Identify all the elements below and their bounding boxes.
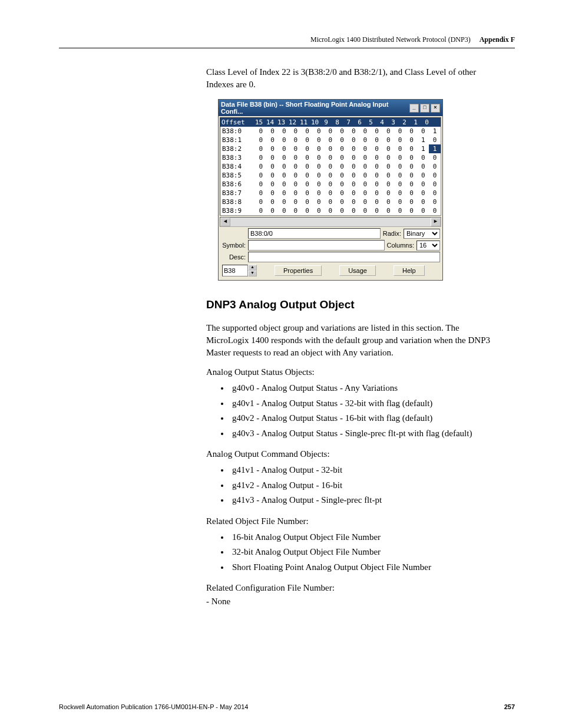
bit-cell[interactable]: 0 xyxy=(255,127,267,136)
bit-cell[interactable]: 0 xyxy=(429,206,441,215)
bit-cell[interactable]: 0 xyxy=(371,180,383,189)
bit-cell[interactable]: 0 xyxy=(382,144,394,153)
bit-cell[interactable]: 0 xyxy=(290,162,302,171)
bit-cell[interactable]: 0 xyxy=(429,180,441,189)
bit-cell[interactable]: 0 xyxy=(371,189,383,197)
bit-cell[interactable]: 0 xyxy=(278,171,290,180)
bit-cell[interactable]: 0 xyxy=(255,162,267,171)
bit-cell[interactable]: 0 xyxy=(348,180,359,189)
bit-cell[interactable]: 0 xyxy=(406,127,418,136)
bit-cell[interactable]: 0 xyxy=(313,127,325,136)
bit-cell[interactable]: 0 xyxy=(371,162,383,171)
bit-cell[interactable]: 0 xyxy=(336,162,348,171)
scroll-left-icon[interactable]: ◄ xyxy=(220,218,230,226)
bit-cell[interactable]: 0 xyxy=(382,153,394,162)
bit-cell[interactable]: 0 xyxy=(382,171,394,180)
bit-cell[interactable]: 0 xyxy=(406,206,418,215)
bit-cell[interactable]: 0 xyxy=(267,171,279,180)
bit-cell[interactable]: 0 xyxy=(359,197,371,206)
bit-cell[interactable]: 0 xyxy=(417,206,429,215)
bit-cell[interactable]: 0 xyxy=(336,136,348,144)
bit-cell[interactable]: 0 xyxy=(278,206,290,215)
bit-cell[interactable]: 0 xyxy=(359,189,371,197)
bit-cell[interactable]: 0 xyxy=(382,136,394,144)
address-input[interactable] xyxy=(248,228,381,239)
bit-cell[interactable]: 1 xyxy=(429,127,441,136)
bit-cell[interactable]: 0 xyxy=(371,127,383,136)
bit-cell[interactable]: 0 xyxy=(302,189,313,197)
bit-cell[interactable]: 0 xyxy=(302,171,313,180)
bit-cell[interactable]: 0 xyxy=(406,180,418,189)
bit-cell[interactable]: 0 xyxy=(267,189,279,197)
bit-cell[interactable]: 0 xyxy=(255,197,267,206)
bit-cell[interactable]: 0 xyxy=(382,189,394,197)
symbol-input[interactable] xyxy=(248,240,385,251)
bit-cell[interactable]: 0 xyxy=(336,206,348,215)
bit-cell[interactable]: 0 xyxy=(313,153,325,162)
bit-cell[interactable]: 1 xyxy=(429,144,441,153)
bit-cell[interactable]: 0 xyxy=(302,197,313,206)
bit-cell[interactable]: 0 xyxy=(429,162,441,171)
bit-cell[interactable]: 0 xyxy=(348,153,359,162)
bit-cell[interactable]: 0 xyxy=(325,197,336,206)
bit-cell[interactable]: 0 xyxy=(336,189,348,197)
bit-cell[interactable]: 0 xyxy=(394,180,406,189)
columns-select[interactable]: 16 xyxy=(416,241,440,251)
bit-cell[interactable]: 0 xyxy=(359,127,371,136)
bit-cell[interactable]: 0 xyxy=(325,153,336,162)
bit-cell[interactable]: 0 xyxy=(255,171,267,180)
bit-cell[interactable]: 0 xyxy=(325,189,336,197)
bit-cell[interactable]: 0 xyxy=(290,127,302,136)
bit-cell[interactable]: 0 xyxy=(325,162,336,171)
bit-cell[interactable]: 0 xyxy=(290,171,302,180)
bit-cell[interactable]: 0 xyxy=(255,144,267,153)
bit-cell[interactable]: 0 xyxy=(417,162,429,171)
bit-cell[interactable]: 0 xyxy=(267,206,279,215)
bit-cell[interactable]: 0 xyxy=(348,136,359,144)
bit-cell[interactable]: 0 xyxy=(394,206,406,215)
bit-cell[interactable]: 0 xyxy=(348,144,359,153)
bit-cell[interactable]: 0 xyxy=(359,136,371,144)
bit-cell[interactable]: 1 xyxy=(417,144,429,153)
bit-cell[interactable]: 0 xyxy=(302,144,313,153)
bit-cell[interactable]: 0 xyxy=(394,127,406,136)
bit-cell[interactable]: 0 xyxy=(348,171,359,180)
bit-cell[interactable]: 0 xyxy=(302,127,313,136)
bit-cell[interactable]: 0 xyxy=(417,171,429,180)
bit-cell[interactable]: 0 xyxy=(278,153,290,162)
bit-cell[interactable]: 0 xyxy=(394,189,406,197)
bit-cell[interactable]: 0 xyxy=(267,162,279,171)
bit-cell[interactable]: 0 xyxy=(336,127,348,136)
bit-cell[interactable]: 0 xyxy=(429,189,441,197)
bit-cell[interactable]: 0 xyxy=(313,189,325,197)
bit-cell[interactable]: 0 xyxy=(417,127,429,136)
spin-up-icon[interactable]: ▲ xyxy=(248,265,257,271)
bit-cell[interactable]: 0 xyxy=(290,136,302,144)
spin-down-icon[interactable]: ▼ xyxy=(248,271,257,276)
bit-cell[interactable]: 0 xyxy=(290,153,302,162)
bit-cell[interactable]: 0 xyxy=(371,171,383,180)
bit-cell[interactable]: 0 xyxy=(348,162,359,171)
bit-cell[interactable]: 0 xyxy=(325,127,336,136)
bit-cell[interactable]: 0 xyxy=(336,197,348,206)
bit-cell[interactable]: 0 xyxy=(359,153,371,162)
bit-cell[interactable]: 0 xyxy=(371,153,383,162)
bit-cell[interactable]: 0 xyxy=(267,127,279,136)
bit-cell[interactable]: 0 xyxy=(359,144,371,153)
bit-cell[interactable]: 0 xyxy=(302,206,313,215)
radix-select[interactable]: Binary xyxy=(404,229,440,239)
bit-cell[interactable]: 0 xyxy=(382,197,394,206)
bit-cell[interactable]: 0 xyxy=(255,189,267,197)
bit-cell[interactable]: 0 xyxy=(302,180,313,189)
bit-cell[interactable]: 0 xyxy=(313,144,325,153)
bit-cell[interactable]: 0 xyxy=(371,136,383,144)
bit-cell[interactable]: 0 xyxy=(382,162,394,171)
bit-cell[interactable]: 0 xyxy=(429,197,441,206)
properties-button[interactable]: Properties xyxy=(275,265,322,276)
bit-cell[interactable]: 0 xyxy=(359,162,371,171)
bit-cell[interactable]: 0 xyxy=(348,189,359,197)
bit-cell[interactable]: 0 xyxy=(255,136,267,144)
bit-cell[interactable]: 0 xyxy=(313,206,325,215)
bit-cell[interactable]: 0 xyxy=(336,144,348,153)
bit-cell[interactable]: 0 xyxy=(348,127,359,136)
